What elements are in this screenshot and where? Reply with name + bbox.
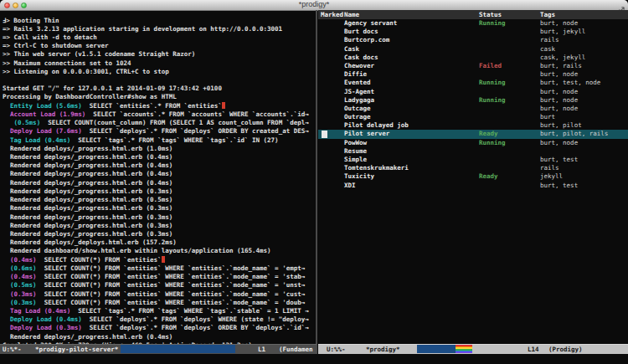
sql-label: (0.5ms) xyxy=(3,119,40,126)
process-name: JS-Agent xyxy=(344,88,374,96)
log-line: >> Thin web server (v1.5.1 codename Stra… xyxy=(3,50,311,59)
log-line: Rendered deploys/_progress.html.erb (0.4… xyxy=(3,153,311,161)
process-row[interactable]: TuxicityReadyjekyll xyxy=(318,172,628,181)
sql-label: Tag Load (0.4ms) xyxy=(3,307,70,315)
process-row[interactable]: ChewoverFailedburt, rails xyxy=(318,62,628,70)
log-text: Rendered deploys/_progress.html.erb (0.4… xyxy=(3,161,172,169)
log-text: SELECT `tags`.* FROM `tags` WHERE `tags`… xyxy=(70,307,305,315)
process-tags: cask xyxy=(540,45,555,54)
process-name: Pilot server xyxy=(344,130,389,138)
minibuffer[interactable] xyxy=(0,354,628,364)
process-tags: burt, node xyxy=(540,139,578,147)
header-name[interactable]: Name xyxy=(344,10,359,19)
process-row[interactable]: Resume xyxy=(318,147,628,156)
log-line: Processing by DashboardController#show a… xyxy=(3,93,311,101)
progress-remainder xyxy=(121,345,235,353)
status-badge: Ready xyxy=(479,172,498,181)
nyan-progress-bar xyxy=(417,345,428,353)
process-tags: rails xyxy=(540,36,559,44)
status-badge: Failed xyxy=(479,62,502,70)
log-line: (0.4ms) SELECT COUNT(*) FROM `entities` xyxy=(3,256,311,264)
log-text: SELECT COUNT(*) FROM `entities` WHERE `e… xyxy=(37,281,301,289)
prodigy-pane[interactable]: Marked Name Status Tags Agency servantRu… xyxy=(318,10,628,344)
process-row[interactable]: Simpleburt, test xyxy=(318,156,628,164)
log-text: SELECT `accounts`.* FROM `accounts` WHER… xyxy=(85,110,305,118)
sql-label: (0.4ms) xyxy=(3,273,37,280)
log-text: SELECT COUNT(*) FROM `entities` xyxy=(37,256,162,264)
log-line: => Rails 3.2.13 application starting in … xyxy=(3,25,311,33)
log-line: Deploy Load (7.6ms) SELECT `deploys`.* F… xyxy=(3,127,311,136)
log-text: Rendered deploys/_deploys.html.erb (157.… xyxy=(3,238,177,246)
log-line: Account Load (1.9ms) SELECT `accounts`.*… xyxy=(3,110,311,119)
log-text: Rendered deploys/_progress.html.erb (0.3… xyxy=(3,222,172,229)
sql-label: Deploy Load (0.3ms) xyxy=(3,324,82,331)
process-row[interactable]: JS-Agentburt, node xyxy=(318,88,628,96)
process-row[interactable]: Cask docscask, jekyll xyxy=(318,54,628,62)
process-row[interactable]: Tomtenskrukmakerirails xyxy=(318,164,628,172)
header-status[interactable]: Status xyxy=(479,10,502,19)
sql-label: Tag Load (0.4ms) xyxy=(3,136,70,144)
process-row[interactable]: Diffieburt, node xyxy=(318,70,628,79)
process-row[interactable]: EventedRunningburt, test, node xyxy=(318,79,628,87)
log-line: Rendered deploys/_progress.html.erb (0.4… xyxy=(3,170,311,178)
log-line: => Call with -d to detach xyxy=(3,33,311,42)
process-row[interactable]: Burt docsburt, jekyll xyxy=(318,28,628,36)
log-line: (0.6ms) SELECT COUNT(*) FROM `entities` … xyxy=(3,264,311,273)
header-tags[interactable]: Tags xyxy=(540,10,555,19)
process-table-header: Marked Name Status Tags xyxy=(318,10,628,19)
major-mode[interactable]: (Fundamen xyxy=(279,345,313,354)
log-line: Started GET "/" for 127.0.0.1 at 2014-01… xyxy=(3,85,311,93)
buffer-name[interactable]: *prodigy-pilot-server* xyxy=(35,345,118,354)
truncation-arrow-icon: → xyxy=(305,110,309,118)
process-row[interactable]: PowWowRunningburt, node xyxy=(318,139,628,147)
log-line: Rendered deploys/_progress.html.erb (0.3… xyxy=(3,204,311,213)
truncation-arrow-icon: → xyxy=(305,119,309,126)
trailing-space-highlight xyxy=(162,256,166,263)
process-row[interactable]: XDIburt, test xyxy=(318,182,628,190)
sql-label: (0.6ms) xyxy=(3,264,37,272)
process-tags: jekyll xyxy=(540,172,563,181)
log-text: >> Listening on 0.0.0.0:3001, CTRL+C to … xyxy=(3,68,169,75)
header-marked[interactable]: Marked xyxy=(321,10,343,19)
process-row[interactable]: Outrageburt xyxy=(318,113,628,121)
process-tags: burt, node xyxy=(540,88,578,96)
process-row[interactable]: Pilot serverReadyburt, pilot, rails xyxy=(318,130,628,138)
major-mode[interactable]: (Prodigy) xyxy=(548,345,583,354)
log-line: Rendered deploys/_deploys.html.erb (157.… xyxy=(3,238,311,247)
process-row[interactable]: LadygagaRunningburt, node xyxy=(318,96,628,105)
log-text: Ⅎ> Booting Thin xyxy=(3,17,59,24)
log-text: SELECT COUNT(*) FROM `entities` WHERE `e… xyxy=(37,273,301,280)
process-name: Ladygaga xyxy=(344,96,374,105)
log-text: Rendered deploys/_progress.html.erb (0.4… xyxy=(3,333,172,341)
log-text: Rendered deploys/_progress.html.erb (0.3… xyxy=(3,187,172,195)
log-text: SELECT COUNT(*) FROM `entities` WHERE `e… xyxy=(37,290,301,298)
process-tags: burt, test, node xyxy=(540,79,600,87)
process-name: Resume xyxy=(344,147,367,156)
process-name: Burtcorp.com xyxy=(344,36,389,44)
log-text: >> Thin web server (v1.5.1 codename Stra… xyxy=(3,50,195,58)
modeline-flags: U:%%- xyxy=(327,345,346,354)
log-line: (0.5ms) SELECT COUNT(count_column) FROM … xyxy=(3,119,311,127)
process-row[interactable]: Caskcask xyxy=(318,45,628,54)
line-indicator: L14 xyxy=(528,345,539,354)
log-line: Rendered deploys/_progress.html.erb (0.3… xyxy=(3,222,311,230)
process-row[interactable]: Burtcorp.comrails xyxy=(318,36,628,44)
log-text: Rendered dashboard/show.html.erb within … xyxy=(3,247,271,254)
modeline-right: U:%%- *prodigy* L14 (Prodigy) xyxy=(318,344,628,354)
log-line: Rendered deploys/_progress.html.erb (0.3… xyxy=(3,187,311,196)
process-row[interactable]: Outcageburt, node xyxy=(318,105,628,113)
truncation-arrow-icon: → xyxy=(301,299,306,306)
process-row[interactable]: Pilot delayed jobburt, pilot xyxy=(318,121,628,130)
process-row[interactable]: Agency servantRunningburt, node xyxy=(318,19,628,28)
log-line: Rendered deploys/_progress.html.erb (0.5… xyxy=(3,196,311,204)
truncation-arrow-icon: → xyxy=(305,315,309,323)
sql-label: (0.5ms) xyxy=(3,281,37,289)
process-tags: burt, node xyxy=(540,70,578,79)
log-line: (0.3ms) SELECT COUNT(*) FROM `entities` … xyxy=(3,299,311,307)
log-line: => Ctrl-C to shutdown server xyxy=(3,42,311,50)
pane-divider[interactable] xyxy=(316,10,317,354)
server-log-pane[interactable]: Ⅎ> Booting Thin=> Rails 3.2.13 applicati… xyxy=(0,17,311,351)
buffer-name[interactable]: *prodigy* xyxy=(366,345,400,354)
process-name: Evented xyxy=(344,79,371,87)
log-line: (0.5ms) SELECT COUNT(*) FROM `entities` … xyxy=(3,281,311,290)
